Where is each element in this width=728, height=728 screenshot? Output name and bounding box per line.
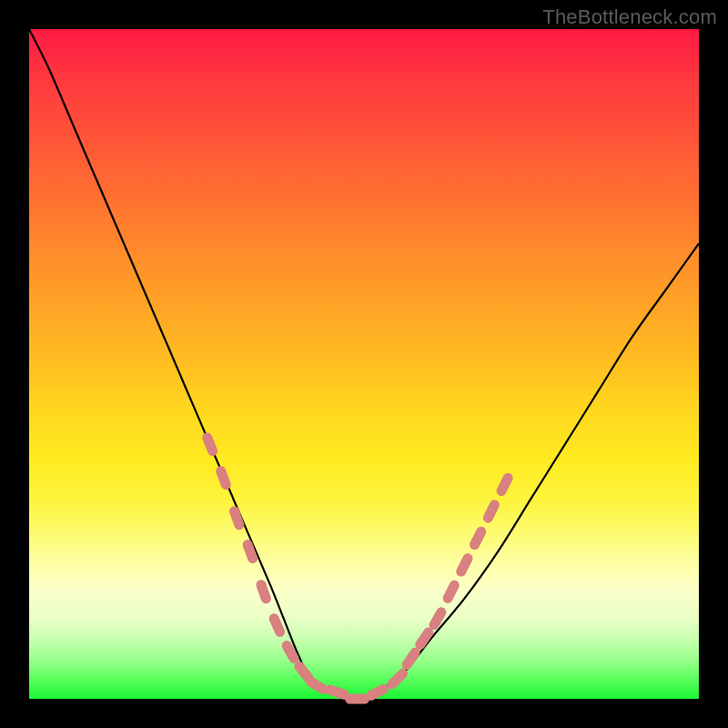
- plot-area: [29, 29, 699, 699]
- marker-dash: [234, 511, 239, 525]
- marker-dash: [488, 505, 494, 518]
- marker-dash: [448, 585, 454, 598]
- marker-dash: [261, 585, 266, 599]
- marker-dash: [392, 673, 402, 683]
- highlighted-segments: [207, 438, 508, 699]
- curve-svg: [29, 29, 699, 699]
- marker-dash: [299, 666, 308, 678]
- marker-dash: [434, 612, 441, 625]
- marker-dash: [311, 682, 324, 689]
- marker-dash: [207, 438, 213, 451]
- marker-dash: [420, 632, 429, 644]
- watermark-text: TheBottleneck.com: [542, 5, 717, 29]
- marker-dash: [274, 619, 280, 632]
- marker-dash: [371, 689, 384, 695]
- marker-dash: [287, 646, 294, 659]
- marker-dash: [330, 690, 344, 694]
- marker-dash: [501, 478, 508, 490]
- marker-dash: [475, 531, 481, 544]
- marker-dash: [248, 545, 253, 559]
- marker-dash: [407, 652, 415, 664]
- outer-frame: TheBottleneck.com: [0, 0, 728, 728]
- bottleneck-curve: [29, 29, 699, 699]
- marker-dash: [221, 471, 227, 485]
- marker-dash: [461, 559, 468, 571]
